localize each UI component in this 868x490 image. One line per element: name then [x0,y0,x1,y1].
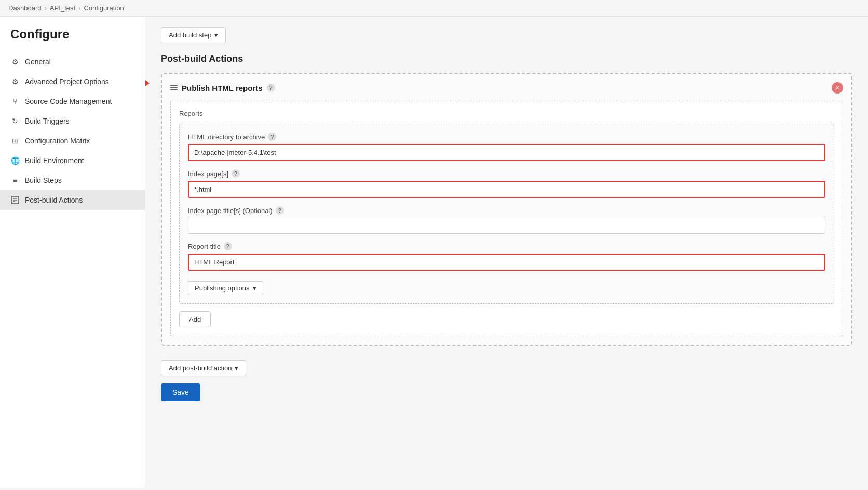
post-icon [10,195,20,205]
sidebar-item-label-matrix: Configuration Matrix [25,137,90,145]
drag-handle[interactable] [170,85,178,90]
sidebar-item-build-env[interactable]: 🌐 Build Environment [0,151,145,170]
sidebar-item-triggers[interactable]: ↻ Build Triggers [0,111,145,131]
sidebar-title: Configure [0,27,145,52]
add-post-build-button[interactable]: Add post-build action ▾ [161,360,246,376]
html-directory-input[interactable] [188,144,825,161]
add-build-step-label: Add build step [169,31,211,39]
gear-alt-icon: ⚙ [10,77,20,86]
html-directory-field-group: HTML directory to archive ? [188,133,825,161]
breadcrumb: Dashboard › API_test › Configuration [0,0,868,17]
reports-label: Reports [179,110,834,117]
report-title-input[interactable] [188,254,825,271]
arrow-indicator [145,80,150,86]
report-title-field-group: Report title ? [188,242,825,271]
post-build-card: Publish HTML reports ? × Reports [161,73,852,346]
grid-icon: ⊞ [10,136,20,145]
sidebar-item-label-post-build: Post-build Actions [25,196,83,204]
index-page-titles-help-icon[interactable]: ? [276,206,284,215]
sidebar-item-general[interactable]: ⚙ General [0,52,145,72]
sidebar-item-label-build-env: Build Environment [25,156,84,165]
publish-html-help-icon[interactable]: ? [267,84,275,92]
fork-icon: ⑂ [10,97,20,106]
sidebar-item-scm[interactable]: ⑂ Source Code Management [0,91,145,111]
sidebar-item-label-general: General [25,58,51,66]
main-content: Add build step ▾ Post-build Actions [145,17,868,488]
index-pages-help-icon[interactable]: ? [232,169,240,178]
sidebar-item-post-build[interactable]: Post-build Actions [0,190,145,210]
gear-icon: ⚙ [10,57,20,67]
globe-icon: 🌐 [10,156,20,165]
reports-section: Reports HTML directory to archive ? [170,101,843,336]
sidebar-item-label-advanced: Advanced Project Options [25,77,109,86]
index-pages-label: Index page[s] ? [188,169,825,178]
sidebar-item-matrix[interactable]: ⊞ Configuration Matrix [0,131,145,151]
sidebar-item-label-triggers: Build Triggers [25,117,70,125]
card-header: Publish HTML reports ? × [170,82,843,94]
publishing-options-arrow: ▾ [253,284,256,292]
add-post-build-arrow: ▾ [235,364,238,372]
index-page-titles-field-group: Index page title[s] (Optional) ? [188,206,825,234]
clock-icon: ↻ [10,116,20,126]
breadcrumb-api-test[interactable]: API_test [50,4,75,12]
index-page-titles-input[interactable] [188,218,825,234]
report-title-label: Report title ? [188,242,825,250]
close-publish-html-button[interactable]: × [832,82,843,94]
publishing-options-label: Publishing options [195,284,250,292]
add-build-step-button[interactable]: Add build step ▾ [161,27,226,43]
list-icon: ≡ [10,176,20,185]
index-pages-field-group: Index page[s] ? [188,169,825,198]
add-post-build-label: Add post-build action [169,364,232,372]
html-directory-label: HTML directory to archive ? [188,133,825,141]
sidebar-item-label-build-steps: Build Steps [25,176,62,184]
sidebar-item-build-steps[interactable]: ≡ Build Steps [0,170,145,190]
sidebar-item-advanced[interactable]: ⚙ Advanced Project Options [0,72,145,91]
add-report-button[interactable]: Add [179,311,211,327]
index-pages-input[interactable] [188,181,825,198]
breadcrumb-configuration[interactable]: Configuration [84,4,124,12]
add-report-label: Add [189,315,201,323]
breadcrumb-dashboard[interactable]: Dashboard [8,4,42,12]
publishing-options-button[interactable]: Publishing options ▾ [188,281,263,295]
card-title: Publish HTML reports [182,84,263,92]
save-label: Save [172,388,189,396]
index-page-titles-label: Index page title[s] (Optional) ? [188,206,825,215]
dropdown-arrow-icon: ▾ [214,31,218,39]
section-title: Post-build Actions [161,54,852,64]
html-directory-help-icon[interactable]: ? [268,133,276,141]
sidebar-item-label-scm: Source Code Management [25,97,112,105]
sidebar: Configure ⚙ General ⚙ Advanced Project O… [0,17,145,488]
report-title-help-icon[interactable]: ? [224,242,232,250]
save-button[interactable]: Save [161,383,200,401]
